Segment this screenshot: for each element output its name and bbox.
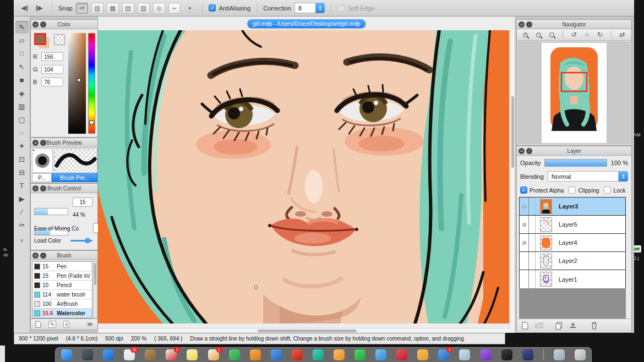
hue-marker[interactable]: [89, 120, 94, 124]
dock-dark-globe[interactable]: [82, 349, 93, 360]
snap-cross-icon[interactable]: ▧: [138, 3, 150, 14]
brush-panel-detach-icon[interactable]: ◦: [40, 253, 46, 259]
dock-red-circle[interactable]: [396, 349, 407, 360]
brush-more-icon[interactable]: ≫: [86, 321, 93, 328]
dock-mail[interactable]: 1: [166, 349, 177, 360]
r-value-input[interactable]: 156: [41, 52, 63, 61]
select-tool-icon[interactable]: ▢: [15, 113, 29, 126]
eyedropper-tool-icon[interactable]: ✑: [15, 219, 29, 232]
text-tool-icon[interactable]: T: [15, 179, 29, 192]
brush-size-slider[interactable]: [34, 208, 68, 215]
brush-row[interactable]: 114water brush: [32, 290, 92, 299]
fill-tool-icon[interactable]: ■: [15, 74, 29, 86]
navigator-close-icon[interactable]: ×: [519, 21, 525, 28]
dock-finder[interactable]: [61, 349, 72, 360]
canvas-horizontal-scrollbar[interactable]: [98, 328, 509, 333]
dock-pale-camera[interactable]: [459, 349, 470, 360]
soft-edge-checkbox[interactable]: [337, 4, 345, 12]
brush-preview-close-icon[interactable]: ×: [32, 140, 39, 146]
rotate-left-icon[interactable]: ↺: [571, 31, 577, 39]
document-title-pill[interactable]: girl.mdp - /Users/Grace/Desktop/art/girl…: [247, 19, 366, 28]
correction-stepper-arrows[interactable]: ▲▼: [315, 3, 325, 13]
brush-row[interactable]: 15Pen (Fade In/: [32, 271, 92, 281]
sv-marker[interactable]: [77, 78, 81, 82]
tab-preview-short[interactable]: P...: [32, 173, 52, 182]
canvas-vertical-scrollbar[interactable]: [510, 30, 515, 328]
dock-blue-clock[interactable]: 1: [438, 349, 449, 360]
dock-black-cat[interactable]: [501, 349, 512, 360]
hue-bar[interactable]: [88, 33, 95, 134]
dock-safari[interactable]: [103, 349, 114, 360]
dock-red-sphere[interactable]: [292, 349, 303, 360]
dock-purple-app[interactable]: [481, 349, 492, 360]
zoom-out-icon[interactable]: −: [536, 32, 541, 37]
bucket-tool-icon[interactable]: ◈: [15, 87, 29, 100]
navigator-detach-icon[interactable]: ◦: [526, 21, 532, 28]
layer-row[interactable]: Layer4: [520, 234, 625, 252]
dock-blue-photos[interactable]: [375, 349, 386, 360]
layer-visibility-icon[interactable]: [522, 205, 526, 209]
b-value-input[interactable]: 76: [41, 78, 63, 86]
layer-row-selected[interactable]: Layer3: [520, 198, 625, 216]
navigator-viewport[interactable]: [517, 41, 631, 145]
tab-brush-preview[interactable]: Brush Pre...: [52, 173, 97, 182]
load-color-slider[interactable]: [70, 240, 92, 242]
operation-tool-icon[interactable]: ▶: [15, 193, 29, 205]
layer-row[interactable]: Layer2: [520, 252, 625, 270]
protect-alpha-checkbox[interactable]: ✓: [520, 187, 527, 194]
dock-navy-sphere[interactable]: [522, 349, 533, 360]
lock-checkbox[interactable]: [604, 187, 611, 194]
new-layer-icon[interactable]: [522, 322, 528, 330]
brush-row[interactable]: 100AirBrush: [32, 299, 92, 309]
color-panel-close-icon[interactable]: ×: [32, 21, 39, 28]
dock-photos[interactable]: 22: [124, 349, 135, 360]
divide-tool-icon[interactable]: ∕: [15, 206, 29, 218]
edit-brush-icon[interactable]: ✎: [48, 321, 56, 328]
brush-row[interactable]: 10Pencil: [32, 281, 92, 290]
brush-control-detach-icon[interactable]: ◦: [40, 185, 46, 191]
select-pen-tool-icon[interactable]: ⊡: [15, 153, 29, 166]
correction-stepper[interactable]: 8 ▲▼: [294, 3, 325, 13]
layer-visibility-icon[interactable]: [522, 223, 526, 227]
delete-layer-icon[interactable]: [591, 322, 597, 330]
snap-parallel-icon[interactable]: ▨: [91, 3, 103, 14]
rotate-right-icon[interactable]: ↻: [597, 31, 603, 39]
dot-tool-icon[interactable]: ∷: [15, 47, 29, 60]
zoom-in-icon[interactable]: +: [523, 32, 528, 37]
select-eraser-tool-icon[interactable]: ⊟: [15, 166, 29, 179]
panel-collapse-right-button[interactable]: ▶: [34, 3, 46, 14]
brush-preview-detach-icon[interactable]: ◦: [40, 140, 46, 146]
snap-off-button[interactable]: off: [76, 3, 88, 14]
brush-list-scrollbar[interactable]: [93, 261, 97, 319]
dock-trash[interactable]: [575, 349, 586, 360]
panel-collapse-left-button[interactable]: ◀: [18, 3, 30, 14]
layer-visibility-icon[interactable]: [522, 241, 526, 245]
gradient-tool-icon[interactable]: ▥: [15, 100, 29, 113]
foreground-color-swatch[interactable]: [34, 33, 46, 45]
color-panel-detach-icon[interactable]: ◦: [40, 21, 46, 28]
dock-notes[interactable]: [187, 349, 198, 360]
dock-wallet[interactable]: [145, 349, 156, 360]
brush-settings-icon[interactable]: s: [63, 321, 69, 328]
rotate-reset-icon[interactable]: ○: [585, 31, 589, 39]
canvas-artwork[interactable]: [98, 30, 509, 323]
move-tool-icon[interactable]: ↖: [15, 61, 29, 73]
snap-horizontal-icon[interactable]: ▤: [122, 3, 134, 14]
new-folder-icon[interactable]: [535, 322, 543, 328]
dock-green-plus[interactable]: [354, 349, 365, 360]
transparent-color-swatch[interactable]: [54, 34, 65, 45]
magic-wand-tool-icon[interactable]: ✶: [15, 140, 29, 152]
layer-row[interactable]: Layer5: [520, 216, 625, 234]
dock-orange-circle[interactable]: [417, 349, 428, 360]
brush-size-value[interactable]: 15: [73, 198, 92, 207]
blending-select-arrows[interactable]: ▲▼: [619, 171, 628, 182]
brush-row-selected[interactable]: 15.6Watercolor: [32, 309, 92, 318]
duplicate-layer-icon[interactable]: [555, 322, 563, 330]
flip-icon[interactable]: ⇄: [619, 31, 625, 39]
zoom-reset-icon[interactable]: [549, 32, 554, 37]
merge-down-icon[interactable]: [569, 322, 577, 329]
snap-radial-icon[interactable]: ◎: [153, 3, 165, 14]
dock-downloads-folder[interactable]: [554, 349, 565, 360]
brush-panel-close-icon[interactable]: ×: [32, 253, 39, 259]
layer-row[interactable]: Layer1: [520, 270, 625, 288]
